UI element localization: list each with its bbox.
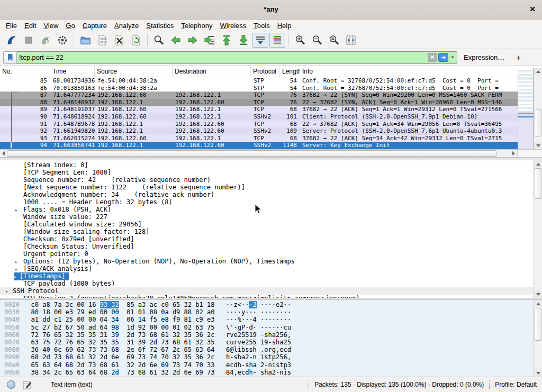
zoom-in-icon[interactable] [292,33,308,48]
add-filter-button[interactable]: + [512,53,525,62]
scrollbar-thumb[interactable] [535,308,541,341]
detail-line[interactable]: [TCP Segment Len: 1080] [0,169,534,176]
packet-row-92[interactable]: 9271.661949820192.168.122.1192.168.122.6… [0,127,542,135]
display-filter-input[interactable]: !tcp.port == 22 ✕ ➜ ▼ [17,51,457,64]
scrollbar-thumb[interactable] [535,109,541,136]
go-to-packet-icon[interactable] [202,33,218,48]
hex-row-00a0[interactable]: 00a0 65 63 64 68 2d 73 68 61 32 2d 6e 69… [4,361,534,369]
column-header-time[interactable]: Time [50,66,95,77]
packet-row-91[interactable]: 9171.648789678192.168.122.1192.168.122.6… [0,121,542,128]
menu-wireless[interactable]: Wireless [216,21,250,31]
go-first-packet-icon[interactable] [219,33,234,48]
bytes-vscrollbar[interactable] [534,300,542,377]
packet-list-vscrollbar[interactable] [534,68,542,149]
menu-view[interactable]: View [40,21,62,31]
profile-status[interactable]: Profile: Default [495,381,537,388]
detail-line[interactable]: Acknowledgment number: 34 (relative ack … [0,191,534,198]
go-next-packet-icon[interactable] [185,33,201,48]
detail-line[interactable]: ▾SSH Protocol [0,287,534,295]
detail-line[interactable]: ▸[SEQ/ACK analysis] [0,265,534,272]
detail-line[interactable]: [Window size scaling factor: 128] [0,228,534,235]
scroll-up-icon[interactable] [534,160,542,168]
start-capture-icon[interactable] [4,33,20,48]
details-vscrollbar[interactable] [534,160,542,298]
stop-capture-icon[interactable] [21,33,37,48]
column-header-info[interactable]: Info [300,66,542,77]
menu-capture[interactable]: Capture [79,21,111,31]
detail-line[interactable]: Window size value: 227 [0,213,534,221]
reload-capture-file-icon[interactable] [128,33,144,48]
detail-line[interactable]: 1000 .... = Header Length: 32 bytes (8) [0,198,534,206]
resize-columns-icon[interactable] [343,33,359,48]
hex-row-0050[interactable]: 0050 5c 27 b2 67 50 ad 64 98 1d 92 00 00… [4,324,534,331]
go-last-packet-icon[interactable] [236,33,251,48]
filter-bookmark-button[interactable] [3,51,17,64]
scroll-right-icon[interactable] [510,150,517,157]
close-capture-file-icon[interactable] [111,33,127,48]
menu-statistics[interactable]: Statistics [142,21,177,31]
detail-line[interactable]: ▸Flags: 0x018 (PSH, ACK) [0,206,534,213]
restart-capture-icon[interactable] [38,33,53,48]
hscrollbar-thumb[interactable] [7,150,496,157]
scrollbar-thumb[interactable] [535,168,541,199]
detail-line[interactable]: ▸ [Timestamps] [0,272,534,280]
column-header-protocol[interactable]: Protocol [251,66,280,77]
column-header-source[interactable]: Source [95,66,173,77]
detail-line[interactable]: [Next sequence number: 1122 (relative se… [0,184,534,191]
colorize-toggle-icon[interactable] [269,33,285,48]
filter-clear-button[interactable]: ✕ [428,53,437,62]
packet-row-86[interactable]: 8670.013850163fe:54:00:d4:38:2aSTP54Conf… [0,85,542,92]
hex-row-0020[interactable]: 0020 c0 a8 7a 3c 00 16 93 32 85 a3 ac c0… [4,301,534,308]
hex-row-0090[interactable]: 0090 68 2d 73 68 61 32 2d 6e 69 73 74 70… [4,353,534,361]
expert-info-icon[interactable] [7,380,15,389]
column-header-no[interactable]: No. [0,66,50,77]
filter-dropdown-caret[interactable]: ▼ [450,55,455,60]
scroll-down-icon[interactable] [534,369,542,377]
hex-row-0060[interactable]: 0060 72 76 65 32 35 35 31 39 2d 73 68 61… [4,331,534,339]
scroll-down-icon[interactable] [534,290,542,298]
packet-list-minimap-scrollbar[interactable] [518,68,534,149]
capture-options-icon[interactable] [55,33,70,48]
scroll-left-icon[interactable] [0,150,7,157]
packet-row-87[interactable]: 8771.647777234192.168.122.60192.168.122.… [0,92,542,99]
menu-help[interactable]: Help [274,21,295,31]
scroll-down-icon[interactable] [534,142,542,149]
zoom-out-icon[interactable] [309,33,325,48]
find-packet-icon[interactable] [151,33,167,48]
menu-go[interactable]: Go [62,21,78,31]
filter-apply-button[interactable]: ➜ [438,53,448,62]
packet-row-93[interactable]: 9371.662015274192.168.122.60192.168.122.… [0,135,542,142]
packet-row-88[interactable]: 8871.648146932192.168.122.1192.168.122.6… [0,99,542,106]
column-header-length[interactable]: Length [280,66,300,77]
expression-button[interactable]: Expression… [464,53,504,61]
packet-row-94[interactable]: 9471.663856741192.168.122.1192.168.122.6… [0,142,542,149]
detail-line[interactable]: Urgent pointer: 0 [0,250,534,258]
go-previous-packet-icon[interactable] [168,33,184,48]
packet-list-header[interactable]: No.TimeSourceDestinationProtocolLengthIn… [0,66,542,77]
capture-comment-icon[interactable] [23,380,32,389]
hex-row-0070[interactable]: 0070 63 75 72 76 65 32 35 35 31 39 2d 73… [4,339,534,346]
auto-scroll-toggle-icon[interactable] [252,33,268,48]
menu-telephony[interactable]: Telephony [177,21,216,31]
zoom-original-icon[interactable] [326,33,342,48]
hex-row-0030[interactable]: 0030 80 18 00 e3 79 ed 00 00 01 01 08 0a… [4,308,534,316]
detail-line[interactable]: Checksum: 0x79ed [unverified] [0,235,534,243]
save-capture-file-icon[interactable]: 01010110 [94,33,110,48]
close-window-button[interactable]: ✕ [529,5,536,13]
packet-list-hscrollbar[interactable] [0,149,517,157]
menu-edit[interactable]: Edit [21,21,40,31]
detail-line[interactable]: [Stream index: 0] [0,161,534,169]
menu-file[interactable]: File [2,21,21,31]
detail-line[interactable]: TCP payload (1080 bytes) [0,280,534,287]
display-filter-value[interactable]: !tcp.port == 22 [19,53,428,61]
packet-row-85[interactable]: 8568.001734936fe:54:00:d4:38:2aSTP54Conf… [0,77,542,85]
detail-line[interactable]: [Calculated window size: 29056] [0,221,534,228]
menu-analyze[interactable]: Analyze [111,21,142,31]
scroll-up-icon[interactable] [534,300,542,307]
hex-row-0040[interactable]: 0040 a1 dd c1 25 00 00 04 34 06 14 f5 e8… [4,316,534,323]
packet-row-89[interactable]: 8971.648191037192.168.122.60192.168.122.… [0,106,542,113]
detail-line[interactable]: ▸Options: (12 bytes), No-Operation (NOP)… [0,258,534,265]
packet-row-90[interactable]: 9071.648618924192.168.122.60192.168.122.… [0,113,542,121]
open-capture-file-icon[interactable] [77,33,93,48]
detail-line[interactable]: Sequence number: 42 (relative sequence n… [0,176,534,184]
